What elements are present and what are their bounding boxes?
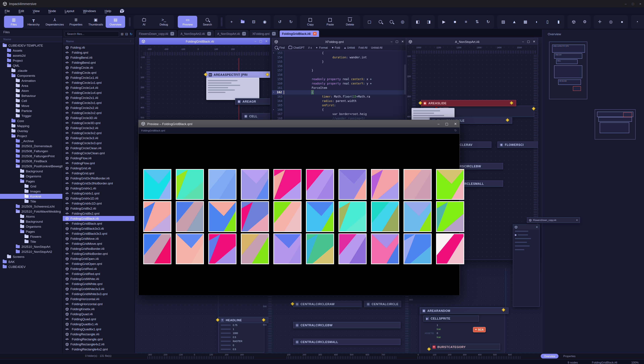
tool-new-button[interactable]: +: [226, 16, 237, 28]
collapse-all-icon[interactable]: ⊟: [125, 32, 128, 36]
file-item[interactable]: </>Folding.qml: [63, 50, 134, 55]
file-item[interactable]: </>FoldingHorizontal.qml: [63, 302, 134, 306]
file-item[interactable]: </>FoldingQuad.qml: [63, 316, 134, 322]
menu-item-windows[interactable]: Windows: [83, 9, 96, 12]
close-icon[interactable]: ✕: [533, 40, 535, 43]
min-icon[interactable]: –: [254, 40, 256, 43]
tool-image-button[interactable]: ▨: [498, 16, 509, 28]
window-maximize-button[interactable]: □: [632, 2, 634, 6]
tab-foldinggridblack-i4i[interactable]: FoldingGridBlack.i4i×: [279, 30, 319, 37]
tab-flowersdown-copy-i4i[interactable]: FlowersDown_copy.i4i×: [136, 30, 177, 37]
file-item[interactable]: FoldingCircleClean.i4i: [63, 146, 134, 150]
tree-item-area[interactable]: Area: [0, 83, 62, 88]
file-item[interactable]: </>FoldingGridWhite3x3.qml: [63, 292, 134, 296]
node-arearandom-panel[interactable]: ▦ AREARANDOM ▶ CELLSPRITE 1trueASSETID0t…: [420, 307, 505, 353]
tool-tree-button[interactable]: ▲: [509, 16, 520, 28]
tool-reload-button[interactable]: ↻: [483, 16, 494, 28]
file-item[interactable]: FoldingCircle3D.i4i: [63, 115, 134, 120]
code-line-160[interactable]: 160readonly property real centerY: y +: [272, 82, 406, 86]
file-item[interactable]: FoldingCircle3x2.i4i: [63, 126, 134, 130]
min-icon[interactable]: –: [522, 40, 524, 43]
code-line-163[interactable]: 163timer: Math.floor(15+Math.ra: [272, 94, 406, 99]
editor-tool-find[interactable]: Find: [275, 46, 284, 50]
node-flowersci[interactable]: ◉ FLOWERSCI: [498, 142, 538, 148]
file-item[interactable]: FoldingCircle.i4i: [63, 65, 134, 70]
file-item[interactable]: FoldingQuad.i4i: [63, 312, 134, 316]
file-item[interactable]: </>FoldingGridRed.qml: [63, 271, 134, 276]
file-item[interactable]: FoldingGridOpen.i4i: [63, 256, 134, 261]
file-item[interactable]: FoldingCircle3x3.i4i: [63, 136, 134, 140]
file-item[interactable]: FoldingGridBlack3x3.i4i: [63, 226, 134, 231]
preview-tile-27[interactable]: [338, 234, 366, 264]
overview-minimap-1[interactable]: AREAASPECTFIT [PRIAREAGRCELLHEADLINE: [549, 42, 587, 99]
tree-column-header[interactable]: Name: [0, 36, 62, 42]
node-areaaspectfit[interactable]: ▭ AREAASPECTFIT [PRI: [206, 72, 270, 78]
tree-item-organisms[interactable]: Organisms: [0, 224, 62, 229]
editor-tool-[interactable]: // ±: [308, 46, 312, 49]
preview-tile-5[interactable]: [273, 169, 302, 200]
file-item[interactable]: FoldingHorizontal.i4i: [63, 296, 134, 302]
file-item[interactable]: </>FoldingCircle2x2.qml: [63, 110, 134, 115]
code-line-166[interactable]: ▾166{: [272, 108, 406, 112]
file-item[interactable]: FoldingKinetix.i4i: [63, 306, 134, 312]
refresh-icon[interactable]: ↻: [130, 32, 132, 36]
preview-tile-15[interactable]: [273, 201, 302, 232]
tool-video-button[interactable]: ◖: [531, 16, 542, 28]
preview-tile-19[interactable]: [404, 201, 432, 232]
file-item[interactable]: </>FoldingGrid4x1D.qml: [63, 201, 134, 206]
code-line-164[interactable]: 164radius: parent.width: [272, 99, 406, 103]
tree-item-title[interactable]: Title: [0, 199, 62, 204]
file-item[interactable]: FoldingGridBlack.i4i: [63, 216, 134, 221]
tree-item-pages[interactable]: Pages: [0, 229, 62, 234]
tool-paste-button[interactable]: Paste: [320, 16, 340, 28]
tree-item-particle[interactable]: Particle: [0, 108, 62, 113]
tree-item-organisms[interactable]: Organisms: [0, 174, 62, 179]
files-column-header[interactable]: Name↑: [63, 38, 134, 44]
preview-tile-1[interactable]: [143, 169, 172, 200]
file-item[interactable]: </>FoldingGrid3x3NoBorder.qml: [63, 181, 134, 186]
code-line-154[interactable]: 154duration: wander.int: [272, 55, 406, 60]
tool-center-view-button[interactable]: ◎: [397, 16, 408, 28]
menu-item-layout[interactable]: Layout: [65, 9, 74, 12]
properties-popup[interactable]: [206, 78, 259, 100]
tool-files-button[interactable]: ▥Files: [4, 16, 24, 28]
file-item[interactable]: </>FoldingFlow.qml: [63, 160, 134, 166]
tool-ai-button[interactable]: AI: [134, 16, 154, 28]
tool-gear-button[interactable]: ⚙: [580, 16, 590, 28]
preview-tile-17[interactable]: [338, 201, 366, 232]
preview-tile-2[interactable]: [176, 169, 204, 200]
tool-clock-button[interactable]: ◔: [632, 16, 642, 28]
file-item[interactable]: </>FoldingGrid8x2.qml: [63, 211, 134, 216]
preview-tile-28[interactable]: [371, 234, 399, 264]
tool-stop-button[interactable]: ■: [450, 16, 460, 28]
tab-a-nonstopart2-i4i[interactable]: A_NonStopArt2.i4i×: [178, 30, 214, 37]
preview-tile-6[interactable]: [306, 169, 334, 200]
tree-item-pages[interactable]: Pages: [0, 179, 62, 184]
file-item[interactable]: Folding.i4i: [63, 45, 134, 50]
file-item[interactable]: </>FoldingCircle3D.qml: [63, 120, 134, 126]
preview-tile-21[interactable]: [143, 234, 172, 264]
overview-minimap-2[interactable]: [595, 109, 636, 140]
editor-tool-unfoldall[interactable]: Unfold All: [371, 46, 382, 49]
expand-all-icon[interactable]: ⊞: [121, 32, 124, 36]
preview-tile-12[interactable]: [176, 201, 204, 232]
tree-item-assets[interactable]: Assets: [0, 48, 62, 53]
file-item[interactable]: FoldingRectangle.i4i: [63, 332, 134, 337]
node-burstcategory[interactable]: ✶ BURSTCATEGORY: [430, 344, 500, 350]
tree-item-202509_schwereslicht[interactable]: 202509_SchweresLicht: [0, 204, 62, 209]
tree-item-project[interactable]: Project: [0, 58, 62, 63]
tool-delete-button[interactable]: Delete: [340, 16, 360, 28]
file-item[interactable]: </>FoldingGridMove.qml: [63, 241, 134, 246]
tab-close-icon[interactable]: ×: [207, 32, 211, 36]
tree-item-konkret[interactable]: Konkret: [0, 194, 62, 199]
preview-window[interactable]: Preview – FoldingGridBlack.qml – ▢ ✕ Fol…: [138, 120, 460, 295]
file-item[interactable]: </>FoldingCircle1x1.qml: [63, 80, 134, 85]
node-centralcircle[interactable]: ◎ CENTRALCIRCLE: [364, 301, 401, 307]
node-cellsprite[interactable]: ▶ CELLSPRITE: [423, 316, 479, 322]
tree-item-behaviour[interactable]: Behaviour: [0, 93, 62, 98]
tree-item-core[interactable]: Core: [0, 118, 62, 124]
preview-tile-4[interactable]: [241, 169, 269, 200]
node-areaslide[interactable]: ◉ AREASLIDE: [421, 100, 516, 106]
tab-close-icon[interactable]: ×: [313, 32, 317, 36]
node-sca-badge[interactable]: ✦ SCA: [473, 327, 486, 332]
